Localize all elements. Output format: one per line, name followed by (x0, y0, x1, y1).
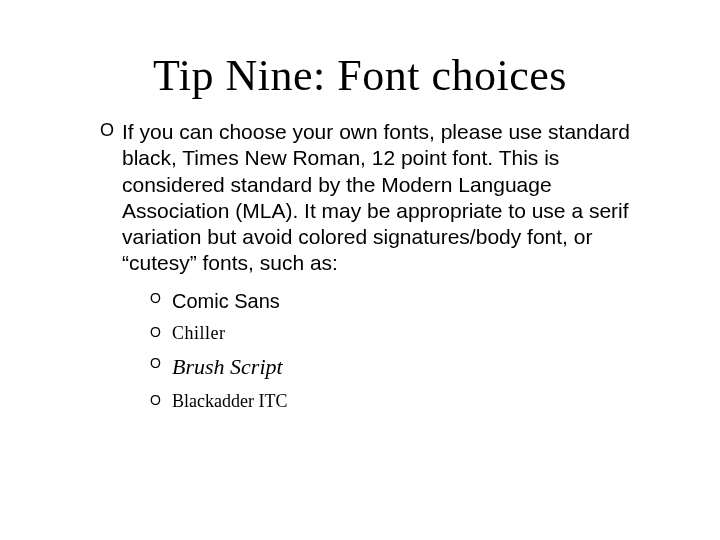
body-paragraph: If you can choose your own fonts, please… (122, 120, 630, 274)
list-item: Chiller (150, 321, 640, 346)
font-example-blackadder: Blackadder ITC (172, 391, 287, 411)
slide: Tip Nine: Font choices If you can choose… (0, 0, 720, 540)
list-item: Blackadder ITC (150, 389, 640, 414)
body-list: If you can choose your own fonts, please… (70, 119, 650, 414)
list-item: Brush Script (150, 352, 640, 383)
body-list-item: If you can choose your own fonts, please… (100, 119, 640, 414)
font-example-brush-script: Brush Script (172, 354, 283, 379)
slide-title: Tip Nine: Font choices (70, 50, 650, 101)
list-item: Comic Sans (150, 287, 640, 315)
font-sublist: Comic Sans Chiller Brush Script Blackadd… (122, 287, 640, 414)
font-example-chiller: Chiller (172, 323, 226, 343)
font-example-comic-sans: Comic Sans (172, 290, 280, 312)
